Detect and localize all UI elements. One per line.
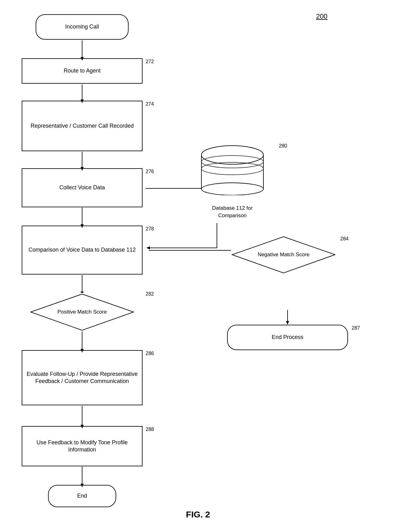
call-recorded-shape: Representative / Customer Call Recorded	[22, 101, 143, 151]
comparison-ref: 278	[146, 226, 154, 232]
positive-match-shape: Positive Match Score	[29, 293, 135, 332]
end-process-label: End Process	[272, 334, 303, 341]
call-recorded-ref: 274	[146, 101, 154, 107]
end-label: End	[77, 492, 87, 499]
use-feedback-ref: 288	[146, 427, 154, 432]
collect-voice-shape: Collect Voice Data	[22, 168, 143, 207]
use-feedback-shape: Use Feedback to Modify Tone Profile Info…	[22, 426, 143, 466]
incoming-call-label: Incoming Call	[65, 23, 99, 30]
svg-point-30	[201, 183, 263, 195]
route-to-agent-ref: 272	[146, 59, 154, 64]
svg-point-27	[201, 146, 263, 164]
collect-voice-label: Collect Voice Data	[59, 184, 105, 191]
collect-voice-ref: 276	[146, 169, 154, 174]
route-to-agent-label: Route to Agent	[64, 67, 100, 74]
negative-match-ref: 284	[340, 236, 349, 242]
fig-label: FIG. 2	[0, 510, 396, 520]
evaluate-followup-label: Evaluate Follow-Up / Provide Representat…	[22, 371, 142, 385]
database-ref: 280	[279, 143, 287, 149]
diagram-title: 200	[316, 12, 328, 20]
comparison-label: Comparison of Voice Data to Database 112	[29, 246, 136, 253]
comparison-shape: Comparison of Voice Data to Database 112	[22, 226, 143, 275]
use-feedback-label: Use Feedback to Modify Tone Profile Info…	[22, 439, 142, 454]
svg-marker-19	[286, 321, 289, 325]
incoming-call-shape: Incoming Call	[36, 14, 129, 40]
evaluate-followup-ref: 286	[146, 351, 154, 356]
positive-match-label: Positive Match Score	[54, 306, 110, 319]
negative-match-shape: Negative Match Score	[231, 235, 336, 274]
svg-marker-13	[146, 246, 150, 249]
end-process-shape: End Process	[227, 325, 348, 350]
negative-match-label: Negative Match Score	[254, 248, 312, 261]
call-recorded-label: Representative / Customer Call Recorded	[30, 122, 134, 130]
diagram-container: 200	[0, 0, 396, 532]
end-process-ref: 287	[352, 325, 360, 331]
database-shape	[198, 143, 266, 195]
evaluate-followup-shape: Evaluate Follow-Up / Provide Representat…	[22, 350, 143, 405]
database-label: Database 112 for Comparison	[198, 204, 266, 219]
route-to-agent-shape: Route to Agent	[22, 58, 143, 84]
positive-match-ref: 282	[146, 291, 154, 297]
end-shape: End	[48, 485, 116, 507]
